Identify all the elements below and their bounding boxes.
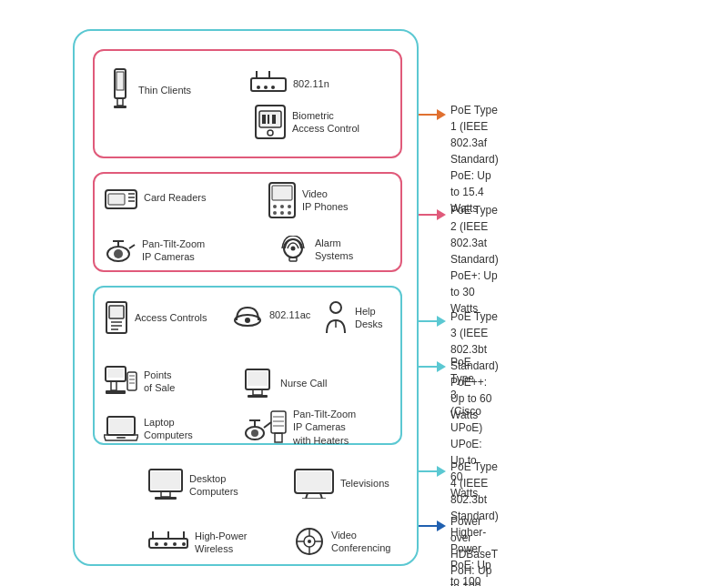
svg-point-26 — [273, 211, 277, 215]
svg-point-9 — [271, 86, 275, 89]
pos-icon — [104, 365, 138, 398]
desktop-item: DesktopComputers — [147, 468, 238, 502]
svg-rect-38 — [109, 306, 124, 318]
thin-clients-label: Thin Clients — [138, 84, 191, 96]
alarm-systems-label: AlarmSystems — [315, 237, 353, 263]
hp-wireless-label: High-PowerWireless — [195, 530, 247, 556]
video-conf-item: VideoConferencing — [293, 525, 390, 558]
svg-point-30 — [114, 249, 123, 258]
wifi-ac-label: 802.11ac — [269, 308, 310, 321]
poe-type2-label: PoE Type 2 (IEEE 802.3at Standard) PoE+:… — [450, 202, 499, 317]
nurse-call-label: Nurse Call — [280, 377, 327, 389]
wifi-ac-item: 802.11ac — [231, 302, 310, 328]
svg-rect-50 — [127, 372, 136, 390]
pos-item: Pointsof Sale — [104, 365, 175, 398]
svg-rect-12 — [262, 115, 266, 124]
poe-type1-label: PoE Type 1 (IEEE 802.3af Standard) PoE: … — [450, 102, 499, 217]
svg-rect-4 — [251, 78, 286, 91]
nurse-call-icon — [240, 368, 275, 399]
ptz-heater-item: Pan-Tilt-ZoomIP Cameraswith Heaters — [240, 408, 356, 447]
arrow-poe2 — [419, 209, 446, 220]
svg-rect-48 — [111, 381, 116, 390]
poh-line1: Power over HDBaseT — [450, 513, 498, 562]
ptz-camera-label: Pan-Tilt-ZoomIP Cameras — [142, 237, 205, 264]
arrow-poe4 — [419, 361, 446, 372]
wifi-n-item: 802.11n — [249, 71, 329, 96]
svg-rect-13 — [268, 115, 269, 124]
svg-rect-14 — [272, 115, 276, 124]
ip-phone-icon — [268, 181, 297, 219]
svg-rect-76 — [297, 471, 331, 491]
pink-bottom-box: Card Readers VideoIP Phones — [93, 172, 402, 272]
svg-rect-74 — [155, 497, 177, 500]
help-desks-item: HelpDesks — [322, 300, 383, 335]
poh-line2: PoH: Up to 100 Watts — [450, 562, 498, 586]
biometric-item: BiometricAccess Control — [254, 104, 359, 140]
poe-type1-line1: PoE Type 1 (IEEE 802.3af Standard) — [450, 102, 499, 167]
ptz-camera-item: Pan-Tilt-ZoomIP Cameras — [104, 237, 205, 264]
svg-rect-17 — [108, 194, 125, 205]
tv-icon — [293, 468, 335, 499]
laptop-icon — [104, 415, 138, 442]
blue-middle-box: Access Controls 802.11ac — [93, 286, 402, 445]
svg-point-90 — [308, 540, 311, 543]
svg-rect-3 — [114, 106, 126, 108]
ptz-camera-icon — [104, 237, 136, 263]
svg-point-25 — [288, 205, 291, 208]
svg-point-62 — [251, 429, 258, 437]
svg-point-87 — [182, 542, 186, 546]
svg-rect-47 — [107, 369, 124, 378]
ptz-heater-icon — [240, 409, 288, 444]
card-reader-icon — [104, 185, 138, 210]
svg-point-44 — [330, 302, 341, 313]
pos-label: Pointsof Sale — [144, 369, 175, 395]
access-control-icon — [104, 300, 129, 335]
poh-label: Power over HDBaseT PoH: Up to 100 Watts — [450, 513, 498, 586]
access-controls-label: Access Controls — [135, 311, 207, 324]
svg-rect-36 — [289, 258, 297, 261]
arrow-poe5 — [419, 466, 446, 477]
video-conf-label: VideoConferencing — [331, 529, 390, 555]
svg-point-24 — [280, 205, 284, 208]
wifi-dome-icon — [231, 302, 264, 328]
desktop-label: DesktopComputers — [189, 472, 238, 499]
svg-point-86 — [173, 542, 177, 546]
nurse-call-item: Nurse Call — [240, 368, 327, 399]
thin-client-icon — [107, 67, 133, 113]
svg-point-27 — [280, 211, 284, 215]
svg-point-28 — [288, 211, 291, 215]
svg-point-35 — [291, 247, 296, 251]
biometric-label: BiometricAccess Control — [292, 109, 359, 136]
svg-rect-2 — [117, 98, 123, 106]
tv-item: Televisions — [293, 468, 389, 499]
svg-rect-1 — [116, 72, 124, 90]
laptop-label: LaptopComputers — [144, 416, 193, 442]
svg-point-85 — [164, 542, 167, 546]
svg-point-7 — [257, 86, 260, 89]
tv-label: Televisions — [340, 477, 389, 490]
desktop-icon — [147, 468, 184, 502]
svg-rect-55 — [248, 371, 268, 386]
svg-line-65 — [264, 422, 271, 428]
svg-rect-72 — [151, 471, 180, 490]
arrow-poh — [419, 520, 446, 531]
ip-phones-label: VideoIP Phones — [302, 187, 349, 214]
svg-rect-60 — [116, 437, 126, 439]
svg-point-23 — [273, 205, 277, 208]
svg-line-33 — [129, 245, 135, 248]
svg-rect-66 — [271, 411, 286, 433]
access-controls-item: Access Controls — [104, 300, 207, 335]
svg-point-84 — [155, 542, 158, 546]
svg-rect-57 — [248, 395, 268, 398]
pink-top-box: Thin Clients 802.11n — [93, 49, 402, 158]
card-readers-item: Card Readers — [104, 185, 206, 210]
diagram-container: Thin Clients 802.11n — [18, 11, 710, 575]
help-desk-icon — [322, 300, 349, 335]
wifi-n-label: 802.11n — [293, 77, 329, 90]
svg-point-8 — [264, 86, 268, 89]
card-readers-label: Card Readers — [144, 191, 206, 204]
ip-phones-item: VideoIP Phones — [268, 181, 349, 219]
alarm-icon — [277, 236, 309, 263]
arrow-poe3 — [419, 316, 446, 327]
help-desks-label: HelpDesks — [355, 305, 383, 331]
